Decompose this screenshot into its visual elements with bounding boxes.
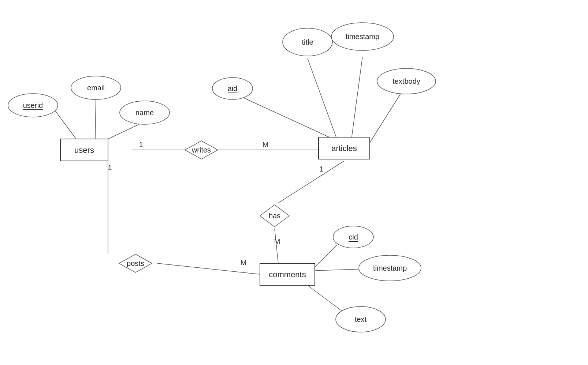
entity-articles-label: articles xyxy=(331,144,357,153)
rel-posts-label: posts xyxy=(127,259,144,267)
card-1-writes-left: 1 xyxy=(139,140,143,148)
rel-has-label: has xyxy=(269,212,280,220)
er-diagram: 1 M 1 1 M M users articles comments writ… xyxy=(0,0,588,365)
card-1-users-down: 1 xyxy=(108,163,112,172)
card-m-writes-right: M xyxy=(263,140,269,148)
attr-cid-label: cid xyxy=(349,233,358,241)
line-comments-cid xyxy=(315,245,337,267)
attr-email-label: email xyxy=(87,84,105,92)
attr-userid-label: userid xyxy=(23,101,43,109)
rel-writes-label: writes xyxy=(191,146,211,154)
line-users-email xyxy=(95,98,96,139)
line-articles-title xyxy=(308,59,337,139)
attr-timestamp-articles-label: timestamp xyxy=(346,33,379,41)
attr-textbody-label: textbody xyxy=(392,77,420,85)
attr-aid-label: aid xyxy=(228,84,238,93)
line-articles-textbody xyxy=(370,93,401,143)
entity-comments-label: comments xyxy=(269,270,306,279)
attr-name-label: name xyxy=(135,109,154,117)
line-users-name xyxy=(108,123,143,139)
attr-timestamp-comments-label: timestamp xyxy=(373,264,407,272)
line-articles-has xyxy=(278,161,344,203)
line-articles-timestamp xyxy=(351,57,362,139)
line-articles-aid xyxy=(242,97,333,139)
line-comments-text xyxy=(308,285,344,313)
card-m-has-bottom: M xyxy=(274,237,280,245)
line-has-comments xyxy=(275,229,278,263)
card-1-articles-down: 1 xyxy=(319,165,323,173)
entity-users-label: users xyxy=(74,146,94,155)
attr-text-label: text xyxy=(355,315,367,323)
card-m-posts-right: M xyxy=(241,259,247,267)
attr-title-label: title xyxy=(302,38,313,46)
